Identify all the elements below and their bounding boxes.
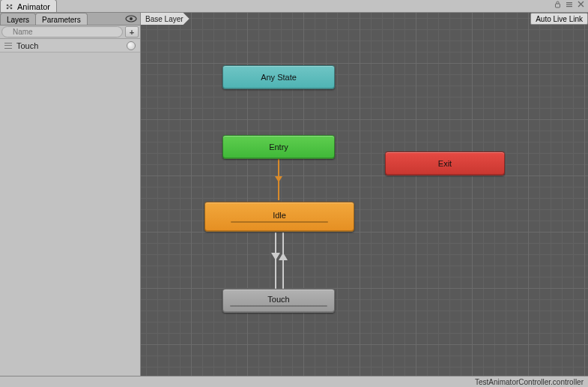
transition-touch-idle[interactable] xyxy=(282,232,284,289)
tab-layers[interactable]: Layers xyxy=(0,13,36,25)
node-label: Idle xyxy=(273,211,286,220)
transition-arrowhead-icon xyxy=(279,253,288,260)
parameter-row[interactable]: Touch xyxy=(0,39,140,52)
search-row: + xyxy=(0,26,140,39)
svg-rect-7 xyxy=(566,6,572,7)
parameter-name: Touch xyxy=(16,41,38,50)
trigger-toggle[interactable] xyxy=(127,41,136,50)
breadcrumb[interactable]: Base Layer xyxy=(141,13,190,25)
progress-bar xyxy=(231,221,328,223)
window-controls xyxy=(552,1,587,10)
window-title: Animator xyxy=(17,2,50,11)
menu-icon[interactable] xyxy=(563,1,575,10)
footer: TestAnimatorController.controller xyxy=(0,376,588,387)
node-label: Any State xyxy=(261,73,297,82)
graph-canvas[interactable]: Base Layer Auto Live Link Any State Entr… xyxy=(141,13,588,376)
search-input[interactable] xyxy=(1,26,123,38)
svg-rect-5 xyxy=(566,2,572,3)
svg-point-9 xyxy=(130,17,133,20)
asset-path: TestAnimatorController.controller xyxy=(475,378,584,386)
progress-bar xyxy=(230,305,327,307)
grid xyxy=(141,13,588,376)
sidebar: Layers Parameters + Touch xyxy=(0,13,141,376)
transition-idle-touch[interactable] xyxy=(275,232,276,289)
window-tab-bar: Animator xyxy=(0,0,588,13)
animator-tab-icon xyxy=(5,3,14,10)
svg-rect-4 xyxy=(556,4,560,8)
transition-arrowhead-icon xyxy=(275,176,282,182)
sidebar-tabs: Layers Parameters xyxy=(0,13,140,26)
animator-window-tab[interactable]: Animator xyxy=(0,0,57,12)
node-idle[interactable]: Idle xyxy=(204,202,354,232)
tab-parameters[interactable]: Parameters xyxy=(35,13,88,25)
node-label: Touch xyxy=(267,295,289,304)
svg-rect-6 xyxy=(566,4,572,5)
eye-icon[interactable] xyxy=(125,13,137,25)
node-entry[interactable]: Entry xyxy=(222,135,335,159)
node-label: Entry xyxy=(269,142,288,152)
node-any-state[interactable]: Any State xyxy=(222,65,335,89)
node-touch[interactable]: Touch xyxy=(222,289,335,313)
drag-handle-icon[interactable] xyxy=(4,43,12,49)
close-icon[interactable] xyxy=(575,1,587,10)
node-label: Exit xyxy=(438,159,452,168)
node-exit[interactable]: Exit xyxy=(385,152,505,176)
add-parameter-button[interactable]: + xyxy=(125,26,139,38)
auto-live-link-button[interactable]: Auto Live Link xyxy=(530,13,588,25)
lock-icon[interactable] xyxy=(552,1,563,10)
